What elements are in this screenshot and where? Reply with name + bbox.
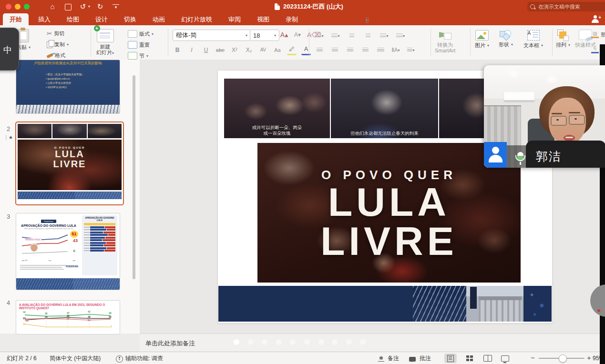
arrange-button[interactable]: 排列▾ [556,30,570,49]
tab-animations[interactable]: 动画 [146,13,172,25]
slideshow-button[interactable] [499,354,511,363]
cut-button[interactable]: ✂ 剪切 [47,30,64,37]
layout-button[interactable]: 版式▾ [128,30,154,38]
thumbnail-slide-4[interactable]: A AVALIAÇÃO DO GOVERNO LULA EM 2023, SEG… [16,300,120,334]
video-call-overlay[interactable]: 郭洁 [484,65,605,168]
tab-insert[interactable]: 插入 [31,13,57,25]
justify-button[interactable] [360,45,370,55]
zoom-slider-knob[interactable] [559,354,567,363]
bullets-button[interactable]: ▾ [315,31,324,40]
notes-pane[interactable]: 单击此处添加备注 [140,334,605,352]
reading-view-button[interactable] [482,354,494,363]
bold-button[interactable]: B [173,45,182,55]
increase-font-size-button[interactable]: A▴ [279,30,289,40]
decrease-indent-button[interactable] [347,31,357,40]
tab-view[interactable]: 视图 [250,13,276,25]
decrease-font-size-button[interactable]: A▾ [293,30,302,40]
highlight-color-button[interactable]: 🖉 [287,44,297,55]
normal-view-button[interactable] [444,354,457,363]
home-icon[interactable]: ⌂ [48,0,57,13]
slide1-photo-band [16,105,120,113]
convert-to-smartart-button[interactable]: 转换为SmartArt [435,31,455,53]
footer-photo-building [466,286,523,322]
font-size-combo[interactable]: 18▾ [250,30,279,41]
new-slide-button[interactable]: 新建幻灯片▾ [96,29,114,56]
paste-dropdown-caret-icon[interactable]: ▾ [29,45,31,50]
distribute-text-button[interactable] [376,45,385,55]
undo-dropdown-caret-icon[interactable]: ▾ [87,0,92,13]
text-direction-button[interactable]: ‖A▾ [391,45,400,55]
accessibility-status[interactable]: 辅助功能: 调查 [125,354,163,362]
thumbnail-slide-3[interactable]: PoderData APROVAÇÃO DO GOVERNO LULA Você… [16,213,120,290]
tab-design[interactable]: 设计 [89,13,114,25]
section-caret-icon: ▾ [146,54,148,58]
hero-image[interactable]: O POVO QUER LULA LIVRE [257,143,521,283]
line-spacing-button[interactable]: ▾ [379,31,389,40]
tab-slideshow[interactable]: 幻灯片放映 [174,13,219,25]
strikethrough-button[interactable]: abe [215,45,225,55]
thumbnail-slide-1[interactable]: 卢拉政府对外政策走向及对中巴关系的影响 • 郭洁（北京大学国际关系学院） • g… [16,60,120,114]
slide2-number: 2 [7,125,10,132]
thumbnail-slide-2-selected[interactable]: O POVO QUER LULA LIVRE [15,121,124,205]
numbering-button[interactable]: ▾ [331,31,340,40]
video-still-2[interactable]: 但他们永远都无法阻止春天的到来 [331,79,438,138]
glasses-left-lens [551,116,567,126]
change-case-button[interactable]: Aa [273,45,282,55]
shapes-button[interactable]: 形状▾ [499,30,513,48]
save-icon[interactable] [65,4,72,10]
slide3-right-chart: APROVAÇÃO DO GOVERNO LULA [82,215,117,275]
tab-record[interactable]: 录制 [279,13,305,25]
format-painter-button[interactable]: 格式 [47,52,65,59]
search-box[interactable] [527,2,605,11]
zoom-out-button[interactable]: − [531,354,535,362]
subscript-button[interactable]: X₂ [244,45,254,55]
copy-dropdown-caret-icon[interactable]: ▾ [67,42,69,47]
slide-footer-band [218,286,552,322]
reset-button[interactable]: 重置 [128,41,150,49]
superscript-button[interactable]: X² [230,45,239,55]
language-indicator[interactable]: 简体中文 (中国大陆) [50,354,101,362]
shape-fill-button[interactable]: ▨ 形 [591,31,605,38]
picture-button[interactable]: 图片▾ [475,30,489,49]
customize-toolbar-icon[interactable]: ▾ [113,4,119,10]
underline-button[interactable]: U [201,45,211,55]
comments-toggle[interactable]: 批注 [420,354,431,362]
section-button[interactable]: 节▾ [128,52,148,60]
font-color-button[interactable]: A [301,44,311,55]
participant-tile-icon[interactable] [484,142,507,168]
font-name-combo[interactable]: 楷体-简▾ [173,30,251,41]
lula-photo [31,243,38,252]
close-window-button[interactable] [6,4,11,10]
increase-indent-button[interactable] [363,31,373,40]
slide-sorter-view-button[interactable] [463,354,476,363]
input-method-badge: 中 [0,28,19,71]
undo-icon[interactable]: ↺ [78,0,88,13]
slide4-title: A AVALIAÇÃO DO GOVERNO LULA EM 2023, SEG… [19,303,117,310]
zoom-in-button[interactable]: + [587,354,591,362]
align-center-button[interactable] [330,45,339,55]
search-input[interactable] [537,3,596,10]
tab-review[interactable]: 审阅 [222,13,247,25]
columns-button[interactable]: ▾ [396,31,405,40]
video-still-1[interactable]: 或许可以折断一朵、两朵 或一百朵玫瑰 [224,79,330,138]
copy-button[interactable]: 复制 ▾ [47,41,69,48]
tab-draw[interactable]: 绘图 [60,13,86,25]
redo-icon[interactable]: ↻ [95,0,105,13]
font-size-caret-icon: ▾ [274,33,276,38]
thumbnail-scrollbar[interactable] [133,75,135,279]
textbox-icon: A [527,30,540,40]
notes-toggle[interactable]: 备注 [388,354,399,362]
maximize-window-button[interactable] [24,4,30,10]
tab-transitions[interactable]: 切换 [117,13,143,25]
align-right-button[interactable] [345,45,355,55]
minimize-window-button[interactable] [15,4,21,10]
character-spacing-button[interactable]: AV [258,45,268,55]
reset-icon [128,41,137,49]
animation-star-icon[interactable]: ⋮★ [4,135,13,140]
align-text-button[interactable]: ▾ [406,45,416,55]
textbox-button[interactable]: A 文本框▾ [523,30,543,49]
tab-home[interactable]: 开始 [3,13,29,25]
italic-button[interactable]: I [187,45,196,55]
share-user-icon[interactable]: + [591,15,601,23]
align-left-button[interactable] [315,45,324,55]
